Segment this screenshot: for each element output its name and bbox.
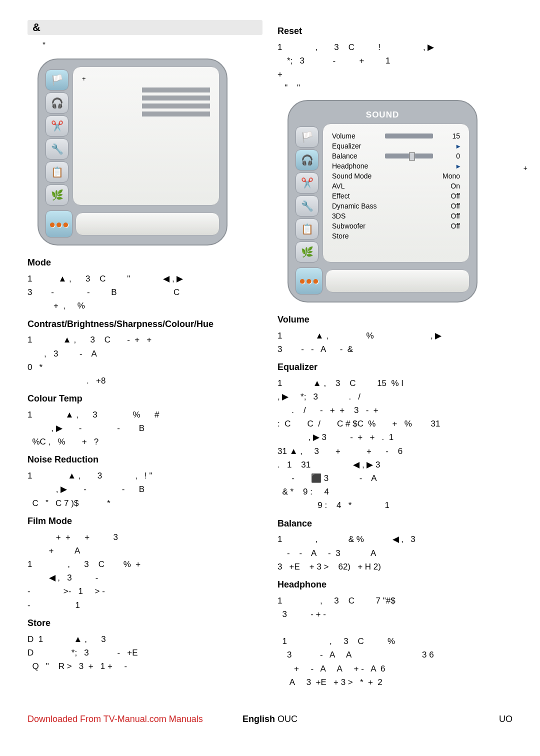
right-column: Reset 1 , 3 C ! , ▶ *; 3 - + 1 + " " SOU… [278,20,512,692]
tools-icon: ✂️ [51,118,64,134]
osd-picture-panel: 🏳️ 🎧 ✂️ 🔧 📋 🌿 + ●●● [38,58,228,246]
heading-cbsch: Contrast/Brightness/Sharpness/Colour/Hue [28,317,262,332]
nr-text: 1 ▲ , 3 , ! " , ▶ - - B C " C 7 )$ * [28,469,262,510]
osd-title: SOUND [296,108,470,122]
osd-tab-program[interactable]: 📋 [46,162,68,182]
osd-tab-sound-2[interactable]: 🎧 [296,150,318,170]
flag-icon: 🏳️ [301,129,314,145]
heading-balance: Balance [278,516,512,531]
section-header-bar: & [28,20,262,35]
heading-store: Store [28,616,262,630]
store-text: D 1 ▲ , 3 D *; 3 - +E Q " R > 3 + 1 + - [28,632,262,674]
osd-tab-source-2[interactable]: 🌿 [296,242,318,262]
osd-row-value: Off [436,220,460,232]
page-number: UO [499,712,512,726]
heading-reset: Reset [278,24,512,38]
wrench-icon: 🔧 [51,141,64,157]
osd-tab-picture-2[interactable]: 🏳️ [296,126,318,148]
osd-row[interactable]: Dynamic BassOff [332,201,460,211]
headphone-icon: 🎧 [301,152,314,168]
balls-icon: ●●● [299,272,319,290]
download-link[interactable]: Downloaded From TV-Manual.com Manuals [28,714,203,724]
osd-content-panel: + [72,66,220,206]
flag-icon: 🏳️ [51,72,64,88]
list-icon: 📋 [51,164,64,180]
tools-icon: ✂️ [301,175,314,191]
intro-line: " [28,39,262,52]
osd-row[interactable]: Sound ModeMono [332,171,460,181]
footer-language: English [242,714,275,724]
equalizer-text: 1 ▲ , 3 C 15 % I , ▶ *; 3 . / . / - + + … [278,376,512,512]
heading-film-mode: Film Mode [28,514,262,528]
osd-sound-panel: SOUND 🏳️ 🎧 ✂️ 🔧 📋 🌿 Volume15Equalizer▸Ba… [288,100,478,302]
heading-noise-reduction: Noise Reduction [28,452,262,467]
page-footer: Downloaded From TV-Manual.com Manuals En… [28,712,512,726]
list-icon: 📋 [301,221,314,237]
wrench-icon: 🔧 [301,198,314,214]
osd-hint-bar [76,212,220,236]
heading-colour-temp: Colour Temp [28,392,262,406]
osd-tab-feature-2[interactable]: ✂️ [296,172,318,194]
heading-mode: Mode [28,256,262,270]
osd-row[interactable]: Equalizer▸ [332,141,460,151]
mode-text: 1 ▲ , 3 C " ◀ , ▶ 3 - - B C + , % [28,272,262,313]
osd-panel-plus: + [82,74,210,84]
osd-row[interactable]: Volume15 [332,131,460,141]
osd-tab-strip-2: 🏳️ 🎧 ✂️ 🔧 📋 🌿 [296,124,322,262]
left-column: & " 🏳️ 🎧 ✂️ 🔧 📋 🌿 + [28,20,262,692]
section-header-symbol: & [32,18,40,36]
osd-tab-picture[interactable]: 🏳️ [46,70,68,90]
osd-row[interactable]: SubwooferOff [332,221,460,231]
osd-balance-slider[interactable] [385,154,433,158]
osd-row-label: Store [332,230,436,242]
osd-tab-install[interactable]: 🔧 [46,138,68,160]
osd-row[interactable]: Store [332,231,460,241]
heading-headphone: Headphone [278,578,512,592]
osd-row[interactable]: EffectOff [332,191,460,201]
cbsch-text: 1 ▲ , 3 C - + + , 3 - A 0 * . +8 [28,333,262,388]
leaf-icon: 🌿 [51,187,64,203]
side-plus: + [524,162,528,174]
volume-text: 1 ▲ , % , ▶ 3 - - A - & [278,329,512,356]
osd-row[interactable]: 3DSOff [332,211,460,221]
osd-nav-balls-2[interactable]: ●●● [296,268,322,294]
leaf-icon: 🌿 [301,244,314,260]
balls-icon: ●●● [49,216,69,233]
osd-tab-strip: 🏳️ 🎧 ✂️ 🔧 📋 🌿 [46,66,72,206]
osd-sound-content: Volume15Equalizer▸Balance0Headphone▸Soun… [322,124,470,262]
balance-text: 1 , & % ◀ , 3 - - A - 3 A 3 +E + 3 > 62)… [278,532,512,574]
osd-tab-source[interactable]: 🌿 [46,184,68,206]
osd-tab-sound[interactable]: 🎧 [46,92,68,114]
osd-slider[interactable] [385,134,433,138]
osd-blank-rows [82,88,210,116]
reset-text: 1 , 3 C ! , ▶ *; 3 - + 1 + " " [278,40,512,95]
osd-tab-feature[interactable]: ✂️ [46,116,68,136]
osd-nav-balls[interactable]: ●●● [46,210,72,238]
osd-hint-bar-2 [326,270,470,292]
colourtemp-text: 1 ▲ , 3 % # , ▶ - - B %C , % + ? [28,408,262,449]
heading-equalizer: Equalizer [278,360,512,374]
osd-row[interactable]: Headphone▸ [332,161,460,171]
footer-code: OUC [278,714,298,724]
osd-row[interactable]: Balance0 [332,151,460,161]
filmmode-text: + + + 3 + A 1 , 3 C % + ◀ , 3 - - >- 1 >… [28,530,262,612]
osd-tab-program-2[interactable]: 📋 [296,218,318,240]
osd-tab-install-2[interactable]: 🔧 [296,196,318,216]
headphone-icon: 🎧 [51,95,64,111]
headphone-text: 1 , 3 C 7 "#$ 3 - + - 1 , 3 C % 3 - A A … [278,594,512,689]
heading-volume: Volume [278,312,512,327]
osd-row[interactable]: AVLOn [332,181,460,191]
